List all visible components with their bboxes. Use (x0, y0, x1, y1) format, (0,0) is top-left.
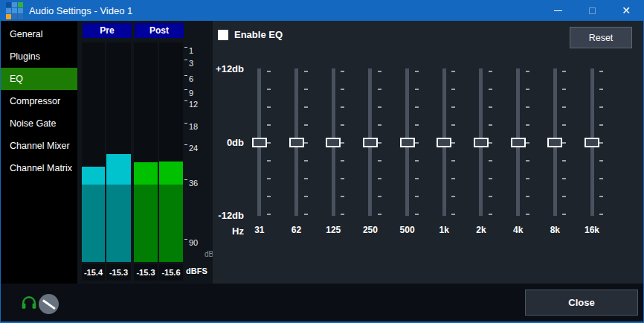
sidebar-item-noise-gate[interactable]: Noise Gate (1, 112, 77, 135)
headphones-icon[interactable] (21, 295, 37, 311)
eq-slider-tick (526, 89, 529, 90)
meter-bar-post-2 (159, 42, 183, 262)
eq-band-1k: 1k (425, 21, 463, 244)
eq-slider-tick (489, 196, 492, 197)
eq-slider-tick (489, 89, 492, 90)
eq-band-freq-label: 16k (573, 225, 611, 235)
eq-slider-tick (341, 124, 344, 126)
eq-slider-tick (451, 124, 455, 126)
eq-slider-tick (341, 89, 344, 90)
eq-slider-handle-31[interactable] (252, 138, 267, 147)
close-button[interactable]: Close (525, 290, 638, 316)
logo-square (6, 8, 11, 13)
headphone-volume-knob[interactable] (39, 294, 59, 314)
eq-slider-tick (562, 178, 566, 179)
close-window-button[interactable]: ✕ (609, 0, 643, 21)
logo-square (12, 14, 17, 19)
eq-band-31: 31 (241, 21, 278, 244)
eq-slider-tick (304, 142, 308, 144)
maximize-icon (589, 7, 596, 14)
eq-slider-tick (451, 196, 455, 197)
eq-hz-label: Hz (210, 226, 244, 237)
sidebar-item-compressor[interactable]: Compressor (1, 90, 77, 112)
eq-slider-tick (341, 106, 344, 108)
eq-slider-tick (489, 71, 492, 72)
sidebar-item-channel-matrix[interactable]: Channel Matrix (1, 157, 77, 179)
meter-scale-tick: 9 (189, 89, 193, 97)
eq-slider-tick (378, 142, 381, 144)
eq-slider-tick (267, 89, 271, 90)
eq-slider-tick (451, 89, 455, 90)
eq-band-125: 125 (315, 21, 352, 244)
eq-slider-tick (526, 71, 529, 72)
logo-square (12, 8, 17, 13)
eq-slider-tick (341, 196, 344, 197)
eq-slider-tick (599, 89, 603, 90)
minimize-button[interactable] (541, 0, 575, 21)
enable-eq-checkbox[interactable] (218, 30, 228, 40)
eq-band-freq-label: 250 (352, 225, 389, 235)
meter-bar-post-1 (134, 42, 158, 262)
meter-scale-tick: 36 (189, 179, 198, 188)
eq-slider-handle-4k[interactable] (511, 138, 526, 147)
scale-tick-mark (184, 144, 187, 145)
eq-slider-tick (378, 106, 381, 108)
eq-slider-tick (341, 214, 344, 215)
meter-scale-tick: 6 (189, 74, 193, 83)
eq-slider-tick (415, 124, 419, 126)
eq-slider-tick (489, 106, 492, 108)
eq-band-freq-label: 8k (537, 225, 574, 235)
eq-slider-tick (599, 71, 603, 72)
meter-scale-tick: 12 (189, 100, 198, 109)
eq-slider-tick (599, 160, 603, 162)
eq-axis-plus12-label: +12db (210, 63, 244, 74)
eq-bands: 31621252505001k2k4k8k16k (241, 21, 611, 244)
eq-slider-handle-8k[interactable] (547, 138, 562, 147)
eq-slider-tick (304, 71, 308, 72)
eq-slider-tick (378, 124, 381, 126)
meter-peak-segment (159, 162, 183, 185)
eq-slider-handle-250[interactable] (363, 138, 378, 147)
scale-tick-mark (184, 60, 187, 60)
eq-slider-tick (378, 71, 381, 72)
eq-slider-tick (599, 124, 603, 126)
eq-slider-tick (415, 196, 419, 197)
eq-slider-tick (562, 71, 566, 72)
meter-group-label-post: Post (135, 23, 184, 38)
eq-axis-minus12-label: -12db (210, 210, 244, 221)
sidebar-item-plugins[interactable]: Plugins (1, 45, 77, 68)
meter-value-post-2: -15.6 (159, 264, 183, 281)
eq-slider-tick (451, 142, 455, 144)
eq-slider-tick (341, 178, 344, 179)
eq-slider-tick (599, 196, 603, 197)
eq-slider-tick (526, 178, 529, 179)
eq-slider-handle-2k[interactable] (474, 138, 489, 147)
eq-slider-tick (415, 160, 419, 162)
eq-slider-handle-16k[interactable] (585, 138, 599, 147)
eq-slider-handle-500[interactable] (400, 138, 415, 147)
eq-slider-tick (415, 142, 419, 144)
meter-main-segment (82, 185, 105, 262)
eq-slider-tick (526, 124, 529, 126)
sidebar-item-eq[interactable]: EQ (1, 68, 77, 90)
scale-tick-mark (184, 123, 187, 124)
sidebar-item-general[interactable]: General (1, 23, 77, 45)
eq-slider-handle-1k[interactable] (437, 138, 451, 147)
meter-peak-segment (134, 162, 158, 185)
maximize-button (575, 0, 609, 21)
eq-band-8k: 8k (537, 21, 574, 244)
logo-square (6, 14, 11, 19)
sidebar-item-channel-mixer[interactable]: Channel Mixer (1, 135, 77, 157)
eq-slider-handle-125[interactable] (326, 138, 341, 147)
eq-slider-tick (599, 142, 603, 144)
eq-band-freq-label: 31 (241, 225, 278, 235)
scale-tick-mark (184, 179, 187, 180)
eq-slider-tick (599, 214, 603, 215)
eq-slider-tick (415, 214, 419, 215)
eq-band-16k: 16k (573, 21, 611, 244)
meter-scale-tick: 18 (189, 122, 198, 131)
eq-slider-tick (304, 178, 308, 179)
eq-band-freq-label: 500 (389, 225, 426, 235)
eq-slider-tick (378, 214, 381, 215)
eq-slider-handle-62[interactable] (289, 138, 304, 147)
